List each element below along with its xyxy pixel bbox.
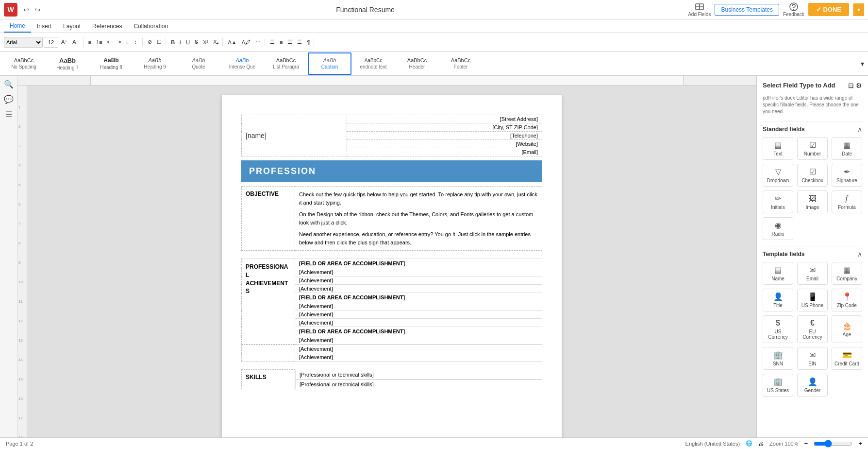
justify-button[interactable]: ☰	[295, 38, 304, 46]
special-button[interactable]: ☐	[155, 38, 164, 46]
tab-layout[interactable]: Layout	[57, 19, 86, 33]
list-group: ≡ 1≡ ⇤ ⇥ ↕ ⋮	[84, 38, 143, 46]
template-field-us-states[interactable]: 🏢 US States	[763, 374, 793, 397]
style-header[interactable]: AaBbCc Header	[395, 52, 439, 75]
line-spacing-button[interactable]: ↕	[124, 38, 131, 46]
field-initials[interactable]: ✏ Initials	[763, 190, 793, 213]
template-field-us-phone[interactable]: 📱 US Phone	[797, 289, 828, 311]
objective-table: OBJECTIVE Check out the few quick tips b…	[241, 186, 542, 251]
font-family-select[interactable]: Arial	[4, 37, 43, 48]
more-list-button[interactable]: ⋮	[131, 38, 140, 46]
table-row: [Achievement]	[242, 353, 542, 362]
font-size-input[interactable]	[44, 37, 58, 48]
style-list-para[interactable]: AaBbCc List Paragra	[264, 52, 308, 75]
field-checkbox[interactable]: ☑ Checkbox	[797, 164, 828, 187]
redo-button[interactable]: ↪	[33, 5, 43, 15]
font-shrink-button[interactable]: A⁻	[70, 38, 81, 46]
font-grow-button[interactable]: A⁺	[59, 38, 69, 46]
show-marks-button[interactable]: ¶	[305, 38, 312, 46]
template-field-age[interactable]: 🎂 Age	[832, 315, 862, 343]
italic-button[interactable]: I	[178, 38, 183, 46]
template-field-zip-code[interactable]: 📍 Zip Code	[832, 289, 862, 311]
template-field-name[interactable]: ▤ Name	[763, 262, 793, 285]
standard-fields-collapse-button[interactable]: ∧	[857, 125, 862, 133]
align-left-button[interactable]: ☰	[268, 38, 277, 46]
bullet-list-button[interactable]: ≡	[86, 38, 93, 46]
template-field-credit-card[interactable]: 💳 Credit Card	[832, 347, 862, 370]
app-logo: W	[4, 3, 17, 17]
template-fields-label: Template fields	[763, 251, 804, 258]
superscript-button[interactable]: X²	[201, 38, 210, 46]
field-text[interactable]: ▤ Text	[763, 137, 793, 160]
template-field-us-currency[interactable]: $ US Currency	[763, 315, 793, 343]
font-color-button[interactable]: A🖍	[240, 38, 252, 46]
style-heading-8[interactable]: AaBb Heading 8	[89, 52, 133, 75]
template-field-ein[interactable]: ✉ EIN	[797, 347, 828, 370]
profession-bar: PROFESSION	[241, 160, 542, 182]
subscript-button[interactable]: X₂	[211, 38, 220, 46]
document-page[interactable]: [name] [Street Address] [City, ST ZIP Co…	[222, 95, 562, 437]
align-group: ☰ ≡ ☰ ☰ ¶	[266, 38, 314, 46]
style-heading-7[interactable]: AaBb Heading 7	[46, 52, 89, 75]
template-field-email[interactable]: ✉ Email	[797, 262, 828, 285]
business-templates-button[interactable]: Business Templates	[715, 4, 779, 16]
style-heading-9[interactable]: AaBb Heading 9	[133, 52, 177, 75]
tab-home[interactable]: Home	[4, 19, 31, 33]
highlight-color-button[interactable]: A▲	[226, 38, 238, 46]
add-fields-button[interactable]: Add Fields	[688, 2, 711, 17]
field-date[interactable]: ▦ Date	[832, 137, 862, 160]
sidebar-chat-icon[interactable]: 💬	[4, 95, 14, 104]
zoom-in-button[interactable]: +	[858, 440, 862, 447]
field-formula[interactable]: ƒ Formula	[832, 190, 862, 213]
template-fields-collapse-button[interactable]: ∧	[857, 250, 862, 258]
strikethrough-button[interactable]: S̶	[193, 38, 200, 46]
objective-content: Check out the few quick tips below to he…	[295, 187, 542, 251]
numbered-list-button[interactable]: 1≡	[94, 38, 104, 46]
decrease-indent-button[interactable]: ⇤	[105, 38, 114, 46]
underline-button[interactable]: U	[184, 38, 192, 46]
clear-format-button[interactable]: ⊘	[146, 38, 154, 46]
field-signature[interactable]: ✒ Signature	[832, 164, 862, 187]
email-cell: [Email]	[347, 148, 542, 156]
align-right-button[interactable]: ☰	[285, 38, 294, 46]
style-intense-quote[interactable]: AaBb Intense Que	[220, 52, 264, 75]
language-globe-button[interactable]: 🌐	[746, 440, 752, 447]
style-footer[interactable]: AaBbCc Footer	[439, 52, 483, 75]
increase-indent-button[interactable]: ⇥	[115, 38, 123, 46]
zoom-slider[interactable]	[814, 440, 852, 448]
more-color-button[interactable]: ⋯	[253, 38, 263, 46]
panel-settings-button[interactable]: ⚙	[856, 82, 862, 89]
field-image[interactable]: 🖼 Image	[797, 190, 828, 213]
sidebar-menu-icon[interactable]: ☰	[5, 110, 12, 119]
feedback-button[interactable]: Feedback	[783, 2, 804, 17]
panel-collapse-button[interactable]: ⊡	[848, 82, 854, 89]
template-field-company[interactable]: ▦ Company	[832, 262, 862, 285]
style-quote[interactable]: AaBb Quote	[177, 52, 220, 75]
template-field-gender[interactable]: 👤 Gender	[797, 374, 828, 397]
field-dropdown[interactable]: ▽ Dropdown	[763, 164, 793, 187]
undo-button[interactable]: ↩	[21, 5, 31, 15]
style-endnote[interactable]: AaBbCc endnote text	[351, 52, 395, 75]
add-fields-icon	[695, 2, 704, 12]
template-field-eu-currency[interactable]: € EU Currency	[797, 315, 828, 343]
tab-references[interactable]: References	[86, 19, 128, 33]
done-dropdown-button[interactable]: ▾	[853, 3, 864, 16]
field-radio[interactable]: ◉ Radio	[763, 217, 793, 240]
website-cell: [Website]	[347, 140, 542, 148]
bold-button[interactable]: B	[169, 38, 177, 46]
template-field-title[interactable]: 👤 Title	[763, 289, 793, 311]
more-styles-button[interactable]: ▾	[859, 59, 866, 69]
align-center-button[interactable]: ≡	[278, 38, 284, 46]
style-no-spacing[interactable]: AaBbCc No Spacing	[2, 52, 46, 75]
print-button[interactable]: 🖨	[758, 441, 764, 447]
sidebar-search-icon[interactable]: 🔍	[4, 80, 14, 89]
field-number[interactable]: ☑ Number	[797, 137, 828, 160]
template-field-snn[interactable]: 🏢 SNN	[763, 347, 793, 370]
city-zip-cell: [City, ST ZIP Code]	[347, 123, 542, 132]
objective-label: OBJECTIVE	[242, 187, 295, 251]
style-caption[interactable]: AaBb Caption	[308, 52, 351, 75]
tab-collaboration[interactable]: Collaboration	[128, 19, 174, 33]
tab-insert[interactable]: Insert	[31, 19, 57, 33]
zoom-out-button[interactable]: −	[804, 440, 808, 447]
done-button[interactable]: ✓ DONE	[808, 3, 849, 16]
